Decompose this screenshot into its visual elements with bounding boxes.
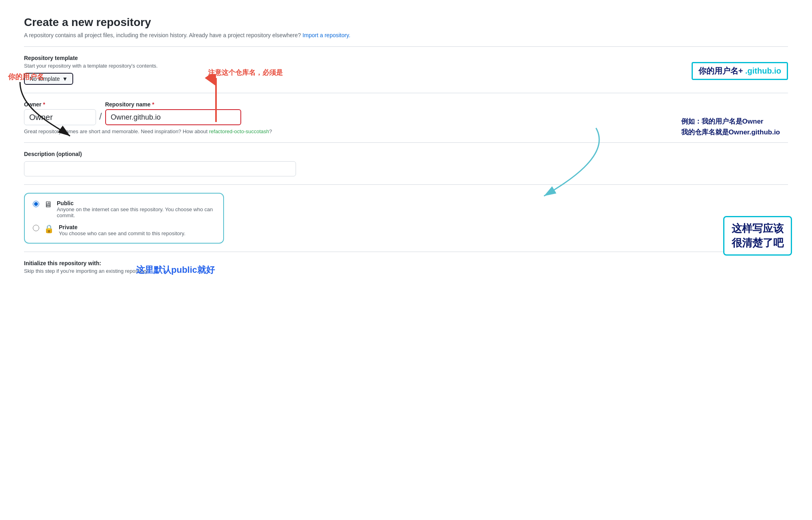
template-section: Repository template Start your repositor… [24, 55, 788, 85]
private-radio[interactable] [33, 225, 39, 231]
visibility-section: 🖥 Public Anyone on the internet can see … [24, 193, 224, 244]
description-label: Description (optional) [24, 151, 788, 157]
page-title: Create a new repository [24, 16, 788, 29]
description-section: Description (optional) [24, 151, 788, 176]
template-dropdown-label: No template [30, 76, 60, 82]
public-radio[interactable] [33, 201, 39, 207]
page-subtitle: A repository contains all project files,… [24, 32, 788, 38]
annotation-clear-note: 这样写应该 很清楚了吧 [723, 216, 792, 256]
section-divider-repo [24, 142, 788, 143]
section-divider-desc [24, 184, 788, 185]
repo-name-input[interactable] [105, 109, 241, 125]
template-label: Repository template [24, 55, 788, 61]
init-section: Initialize this repository with: Skip th… [24, 260, 788, 274]
private-text: Private You choose who can see and commi… [59, 224, 186, 236]
private-option: 🔒 Private You choose who can see and com… [33, 224, 215, 236]
public-description: Anyone on the internet can see this repo… [57, 206, 215, 218]
owner-label: Owner * [24, 101, 96, 108]
section-divider-template [24, 93, 788, 93]
monitor-icon: 🖥 [44, 200, 52, 209]
init-label: Initialize this repository with: [24, 260, 788, 266]
public-text: Public Anyone on the internet can see th… [57, 200, 215, 218]
owner-input[interactable] [24, 109, 96, 125]
private-label: Private [59, 224, 186, 230]
repo-name-label: Repository name * [105, 101, 296, 108]
repo-name-required-star: * [152, 101, 154, 108]
repo-name-section: Repository name * [105, 101, 296, 125]
slash-divider: / [96, 108, 105, 124]
import-link[interactable]: Import a repository. [302, 32, 350, 38]
chevron-down-icon: ▼ [62, 76, 68, 82]
public-option: 🖥 Public Anyone on the internet can see … [33, 200, 215, 218]
owner-section: Owner * [24, 101, 96, 125]
private-description: You choose who can see and commit to thi… [59, 230, 186, 236]
init-description: Skip this step if you're importing an ex… [24, 268, 788, 274]
section-divider-visibility [24, 252, 788, 252]
suggestion-text: Great repository names are short and mem… [24, 128, 296, 134]
public-label: Public [57, 200, 215, 206]
lock-icon: 🔒 [44, 224, 54, 234]
suggestion-link[interactable]: refactored-octo-succotash [209, 128, 269, 134]
template-dropdown-button[interactable]: No template ▼ [24, 73, 73, 85]
owner-repo-row: Owner * / Repository name * [24, 101, 296, 125]
owner-required-star: * [43, 101, 45, 108]
description-input[interactable] [24, 161, 296, 176]
template-description: Start your repository with a template re… [24, 63, 788, 69]
annotation-example: 例如：我的用户名是Owner 我的仓库名就是Owner.github.io [681, 116, 780, 138]
section-divider-top [24, 46, 788, 47]
